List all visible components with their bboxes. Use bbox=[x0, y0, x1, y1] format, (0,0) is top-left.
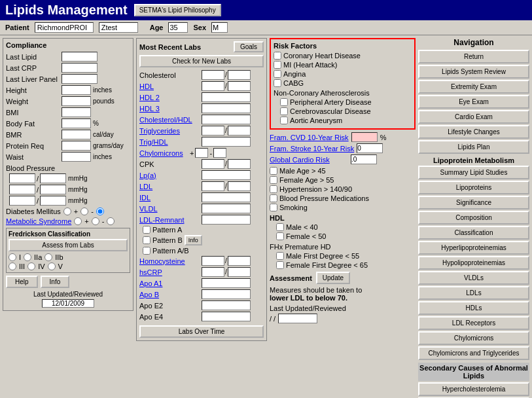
ldls-button[interactable]: LDLs bbox=[418, 286, 529, 300]
chylomicrons-tri-button[interactable]: Chylomicrons and Triglycerides bbox=[418, 346, 529, 360]
hscrp-input2[interactable] bbox=[228, 267, 251, 277]
hscrp-input1[interactable] bbox=[202, 267, 224, 277]
global-cardio-link[interactable]: Global Cardio Risk bbox=[270, 156, 348, 164]
hdls-button[interactable]: HDLs bbox=[418, 301, 529, 315]
weight-input[interactable] bbox=[62, 96, 91, 106]
vldl-input[interactable] bbox=[202, 204, 251, 213]
ldl-input1[interactable] bbox=[202, 181, 224, 191]
smoking-checkbox[interactable] bbox=[270, 204, 277, 211]
cholesterol-hdl-link[interactable]: Cholesterol/HDL bbox=[139, 116, 202, 124]
peripheral-artery-checkbox[interactable] bbox=[280, 98, 288, 106]
radio-iib[interactable] bbox=[44, 253, 52, 261]
cpk-input2[interactable] bbox=[228, 159, 251, 169]
idl-input[interactable] bbox=[202, 192, 251, 202]
bp-input-6[interactable] bbox=[40, 196, 66, 206]
ldl-link[interactable]: LDL bbox=[139, 183, 202, 190]
mi-checkbox[interactable] bbox=[274, 61, 281, 69]
apo-e4-input[interactable] bbox=[202, 312, 251, 321]
radio-iia[interactable] bbox=[24, 253, 31, 261]
trig-input1[interactable] bbox=[202, 126, 224, 136]
trig-input2[interactable] bbox=[228, 126, 251, 136]
pattern-b-checkbox[interactable] bbox=[143, 236, 151, 244]
vldls-button[interactable]: VLDLs bbox=[418, 271, 529, 285]
chylomicrons-input2[interactable] bbox=[213, 148, 226, 158]
angina-checkbox[interactable] bbox=[274, 70, 281, 78]
hscrp-link[interactable]: hsCRP bbox=[139, 268, 202, 276]
diabetes-plus-radio[interactable] bbox=[63, 208, 71, 215]
fram-stroke-input[interactable] bbox=[357, 143, 383, 153]
info-button[interactable]: Info bbox=[41, 276, 70, 288]
check-labs-button[interactable]: Check for New Labs bbox=[139, 55, 264, 67]
apo-a1-link[interactable]: Apo A1 bbox=[139, 280, 202, 287]
hdl-input1[interactable] bbox=[202, 81, 224, 91]
height-input[interactable] bbox=[62, 85, 91, 95]
female-first-65-checkbox[interactable] bbox=[276, 261, 284, 269]
cardio-exam-button[interactable]: Cardio Exam bbox=[418, 110, 529, 124]
male-first-55-checkbox[interactable] bbox=[276, 252, 284, 260]
classification-button[interactable]: Classification bbox=[418, 226, 529, 240]
chylomicrons-link[interactable]: Chylomicrons bbox=[139, 149, 188, 157]
female-50-checkbox[interactable] bbox=[276, 232, 284, 240]
hdl-input2[interactable] bbox=[228, 81, 251, 91]
lipoproteins-button[interactable]: Lipoproteins bbox=[418, 181, 529, 194]
goals-button[interactable]: Goals bbox=[234, 41, 264, 52]
chylomicrons-input1[interactable] bbox=[195, 148, 208, 158]
metabolic-syndrome-link[interactable]: Metabolic Syndrome bbox=[6, 217, 71, 225]
diabetes-dot-radio[interactable] bbox=[96, 208, 104, 215]
aortic-aneurysm-checkbox[interactable] bbox=[280, 117, 288, 124]
last-updated-date[interactable] bbox=[42, 299, 94, 308]
help-button[interactable]: Help bbox=[6, 276, 38, 288]
hdl2-input[interactable] bbox=[202, 92, 251, 102]
hdl-link[interactable]: HDL bbox=[139, 82, 202, 90]
significance-button[interactable]: Significance bbox=[418, 196, 529, 209]
bp-input-2[interactable] bbox=[40, 173, 66, 183]
chylomicrons-nav-button[interactable]: Chylomicrons bbox=[418, 331, 529, 345]
apo-b-link[interactable]: Apo B bbox=[139, 291, 202, 298]
metabolic-dot-radio[interactable] bbox=[107, 217, 115, 225]
last-reviewed-input[interactable] bbox=[278, 314, 317, 323]
cholesterol-input2[interactable] bbox=[228, 70, 251, 80]
male-45-checkbox[interactable] bbox=[270, 167, 277, 175]
age-input[interactable] bbox=[168, 22, 188, 33]
extremity-exam-button[interactable]: Extremity Exam bbox=[418, 80, 529, 94]
chol-hdl-input[interactable] bbox=[202, 115, 251, 124]
lpa-link[interactable]: Lp(a) bbox=[139, 172, 202, 179]
cholesterol-input1[interactable] bbox=[202, 70, 224, 80]
ldl-input2[interactable] bbox=[228, 181, 251, 191]
homocysteine-link[interactable]: Homocysteine bbox=[139, 257, 202, 265]
hypercholesterol-button[interactable]: Hypercholesterolemia bbox=[418, 382, 529, 396]
cerebrovascular-checkbox[interactable] bbox=[280, 107, 288, 115]
ldl-receptors-button[interactable]: LDL Receptors bbox=[418, 316, 529, 330]
cpk-input1[interactable] bbox=[202, 159, 224, 169]
fram-stroke-link[interactable]: Fram. Stroke 10-Year Risk bbox=[270, 145, 354, 153]
last-lipid-input[interactable] bbox=[62, 52, 98, 62]
waist-input[interactable] bbox=[62, 152, 91, 162]
idl-link[interactable]: IDL bbox=[139, 194, 202, 202]
hypolipoprotein-button[interactable]: Hypolipoproteinemias bbox=[418, 256, 529, 270]
hypertension-checkbox[interactable] bbox=[270, 185, 277, 193]
hdl2-link[interactable]: HDL 2 bbox=[139, 94, 202, 101]
homo-input2[interactable] bbox=[228, 256, 251, 266]
return-button[interactable]: Return bbox=[418, 50, 529, 63]
pattern-info-button[interactable]: Info bbox=[185, 235, 202, 245]
bmr-input[interactable] bbox=[62, 130, 91, 139]
global-cardio-input[interactable] bbox=[351, 154, 377, 164]
patient-name-input[interactable] bbox=[35, 22, 94, 33]
metabolic-minus-radio[interactable] bbox=[92, 217, 99, 225]
lpa-input[interactable] bbox=[202, 170, 251, 180]
homo-input1[interactable] bbox=[202, 256, 224, 266]
cabg-checkbox[interactable] bbox=[274, 79, 281, 87]
last-liver-input[interactable] bbox=[62, 74, 98, 84]
ldl-remnant-input[interactable] bbox=[202, 215, 251, 225]
radio-i[interactable] bbox=[9, 253, 16, 261]
bp-meds-checkbox[interactable] bbox=[270, 194, 277, 202]
last-crp-input[interactable] bbox=[62, 63, 98, 73]
metabolic-plus-radio[interactable] bbox=[74, 217, 82, 225]
trig-hdl-link[interactable]: Trig/HDL bbox=[139, 138, 202, 146]
apo-b-input[interactable] bbox=[202, 289, 251, 299]
summary-lipid-button[interactable]: Summary Lipid Studies bbox=[418, 166, 529, 179]
composition-button[interactable]: Composition bbox=[418, 211, 529, 225]
patient-name2-input[interactable] bbox=[99, 22, 138, 33]
fram-cvd-input[interactable] bbox=[351, 132, 378, 142]
pattern-ab-checkbox[interactable] bbox=[143, 247, 151, 255]
